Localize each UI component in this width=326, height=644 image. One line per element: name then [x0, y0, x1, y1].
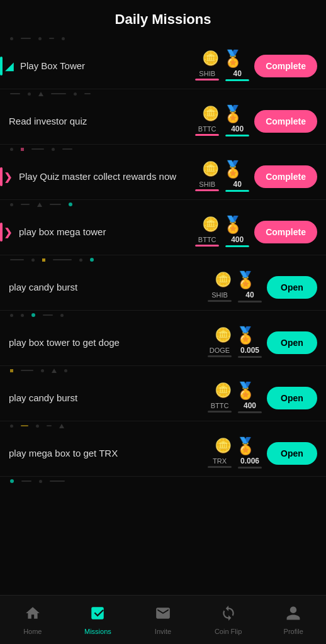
mission-row: play candy burst 🪙 🏅 SHIB 40 — [0, 264, 326, 311]
complete-button[interactable]: Complete — [254, 110, 317, 133]
page-container: Daily Missions ◢ Play Box Tower 🪙 🏅 SHIB — [0, 0, 326, 536]
bar-track — [208, 466, 232, 468]
coin-stack-icon: 🏅 — [235, 327, 256, 343]
nav-profile[interactable]: Profile — [271, 600, 315, 640]
bar-track — [208, 411, 232, 413]
mission-row: play box tower to get doge 🪙 🏅 DOGE 0.00… — [0, 319, 326, 366]
scatter-7 — [0, 366, 326, 375]
open-button[interactable]: Open — [267, 387, 317, 409]
home-icon — [25, 605, 41, 625]
reward-icons: 🪙 🏅 — [215, 327, 256, 343]
bar-group-2: 400 — [225, 125, 249, 136]
bar-group-2: 400 — [238, 401, 262, 413]
amount-label: 40 — [233, 69, 242, 78]
invite-icon — [155, 605, 171, 625]
bar-group-2: 40 — [238, 291, 262, 303]
scatter-4 — [0, 200, 326, 209]
bar-track-2 — [225, 79, 249, 81]
coin-single-icon: 🪙 — [215, 328, 232, 342]
complete-button[interactable]: Complete — [254, 165, 317, 188]
complete-button[interactable]: Complete — [254, 55, 317, 77]
reward-block: 🪙 🏅 BTTC 400 — [195, 106, 249, 136]
scatter-2 — [0, 89, 326, 98]
mission-rewards-area: 🪙 🏅 BTTC 400 Complete — [195, 216, 317, 247]
coin-stack-icon: 🏅 — [223, 106, 243, 122]
bar-group-2: 0.005 — [238, 346, 262, 358]
mission-icon: ◢ — [5, 59, 14, 73]
coin-single-icon: 🪙 — [202, 218, 219, 231]
mission-rewards-area: 🪙 🏅 BTTC 400 Open — [208, 382, 317, 413]
reward-block: 🪙 🏅 SHIB 40 — [195, 161, 249, 192]
amount-label: 40 — [245, 291, 254, 299]
amount-label: 0.006 — [240, 457, 259, 465]
coin-single-icon: 🪙 — [215, 439, 232, 453]
mission-rewards-area: 🪙 🏅 DOGE 0.005 Open — [208, 327, 317, 358]
reward-icons: 🪙 🏅 — [202, 50, 243, 67]
mission-row: ❯ play box mega tower 🪙 🏅 BTTC 400 — [0, 209, 326, 255]
reward-bars: DOGE 0.005 — [208, 346, 262, 358]
nav-invite-label: Invite — [155, 628, 171, 635]
bar-group-1: TRX — [208, 457, 232, 468]
currency-label: SHIB — [211, 291, 228, 299]
reward-icons: 🪙 🏅 — [202, 161, 243, 177]
bar-group-1: DOGE — [208, 347, 232, 357]
nav-home-label: Home — [23, 628, 42, 635]
reward-bars: BTTC 400 — [195, 235, 249, 247]
nav-coinflip-label: Coin Flip — [215, 628, 242, 635]
bar-track — [208, 355, 232, 357]
mission-label: play candy burst — [9, 281, 208, 294]
bar-track-2 — [225, 245, 249, 247]
bar-group-2: 40 — [225, 69, 249, 81]
mission-row: ◢ Play Box Tower 🪙 🏅 SHIB 40 — [0, 43, 326, 89]
mission-row: play mega box to get TRX 🪙 🏅 TRX 0.006 — [0, 430, 326, 477]
bar-group-1: SHIB — [208, 291, 232, 302]
reward-icons: 🪙 🏅 — [215, 382, 256, 399]
scatter-6 — [0, 311, 326, 319]
mission-label: play box mega tower — [9, 226, 195, 238]
bar-track-2 — [225, 135, 249, 136]
bar-group-1: BTTC — [195, 125, 219, 136]
open-button[interactable]: Open — [267, 276, 317, 299]
mission-label: Play Quiz master collect rewards now — [9, 170, 195, 183]
currency-label: BTTC — [198, 125, 216, 133]
currency-label: SHIB — [199, 70, 215, 77]
scatter-1 — [0, 34, 326, 43]
mission-label: play box tower to get doge — [9, 336, 208, 349]
nav-profile-label: Profile — [284, 628, 303, 635]
nav-coinflip[interactable]: Coin Flip — [206, 600, 250, 640]
bar-group-2: 400 — [225, 235, 249, 247]
amount-label: 40 — [233, 180, 242, 189]
open-button[interactable]: Open — [267, 442, 317, 465]
currency-label: BTTC — [198, 236, 216, 243]
bar-track-2 — [238, 301, 262, 303]
bar-group-1: SHIB — [195, 180, 219, 191]
bar-track-2 — [238, 411, 262, 413]
nav-invite[interactable]: Invite — [141, 600, 185, 640]
amount-label: 400 — [231, 235, 244, 244]
page-title: Daily Missions — [0, 0, 326, 34]
bar-track — [208, 300, 232, 302]
coin-single-icon: 🪙 — [215, 273, 232, 287]
currency-label: BTTC — [211, 402, 229, 409]
scatter-8 — [0, 421, 326, 430]
bar-group-1: SHIB — [195, 70, 219, 80]
bar-track-2 — [225, 190, 249, 192]
mission-icon: ❯ — [4, 226, 12, 238]
bar-track-2 — [238, 467, 262, 469]
bottom-nav: Home Missions Invite — [0, 595, 326, 644]
nav-missions[interactable]: Missions — [76, 600, 120, 640]
mission-rewards-area: 🪙 🏅 SHIB 40 Open — [208, 272, 317, 303]
reward-bars: BTTC 400 — [208, 401, 262, 413]
reward-block: 🪙 🏅 SHIB 40 — [195, 50, 249, 81]
bar-track — [195, 79, 219, 80]
complete-button[interactable]: Complete — [254, 221, 317, 243]
nav-home[interactable]: Home — [11, 600, 55, 640]
bar-group-2: 40 — [225, 180, 249, 192]
bar-group-1: BTTC — [208, 402, 232, 413]
amount-label: 400 — [244, 401, 256, 410]
mission-row: Read investor quiz 🪙 🏅 BTTC 400 — [0, 98, 326, 145]
currency-label: TRX — [213, 457, 227, 465]
coin-stack-icon: 🏅 — [223, 216, 243, 233]
reward-block: 🪙 🏅 SHIB 40 — [208, 272, 262, 303]
open-button[interactable]: Open — [267, 331, 317, 354]
